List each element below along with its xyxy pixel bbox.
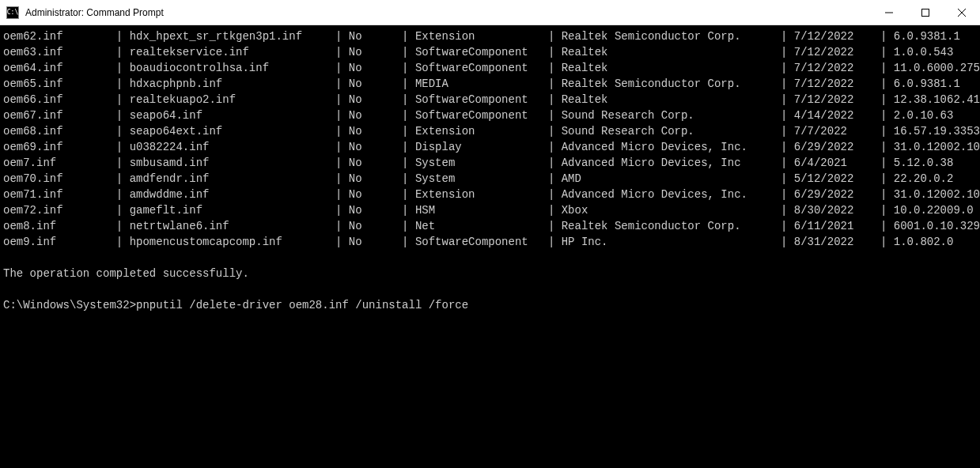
terminal-line: The operation completed successfully. [3, 266, 980, 281]
terminal-line: oem68.inf | seapo64ext.inf | No | Extens… [3, 123, 980, 139]
terminal-output[interactable]: oem62.inf | hdx_hpext_sr_rtkgen3p1.inf |… [0, 25, 980, 468]
terminal-line: oem66.inf | realtekuapo2.inf | No | Soft… [3, 92, 980, 108]
cmd-icon: C:\ [6, 6, 19, 19]
terminal-line: C:\Windows\System32>pnputil /delete-driv… [3, 297, 980, 313]
window-title: Administrator: Command Prompt [25, 7, 871, 18]
terminal-line: oem7.inf | smbusamd.inf | No | System | … [3, 155, 980, 171]
terminal-line: oem65.inf | hdxacphpnb.inf | No | MEDIA … [3, 76, 980, 92]
svg-rect-1 [922, 9, 929, 17]
terminal-line: oem69.inf | u0382224.inf | No | Display … [3, 139, 980, 155]
terminal-line: oem64.inf | boaudiocontrolhsa.inf | No |… [3, 60, 980, 76]
close-button[interactable] [944, 0, 980, 25]
terminal-line [3, 250, 980, 266]
close-icon [958, 9, 966, 17]
minimize-button[interactable] [871, 0, 907, 25]
terminal-line: oem63.inf | realtekservice.inf | No | So… [3, 44, 980, 60]
terminal-line: oem62.inf | hdx_hpext_sr_rtkgen3p1.inf |… [3, 28, 980, 44]
minimize-icon [885, 9, 893, 17]
window-controls [871, 0, 980, 25]
titlebar[interactable]: C:\ Administrator: Command Prompt [0, 0, 980, 25]
command-prompt-window: C:\ Administrator: Command Prompt oem62.… [0, 0, 980, 468]
terminal-line: oem67.inf | seapo64.inf | No | SoftwareC… [3, 108, 980, 123]
maximize-button[interactable] [907, 0, 944, 25]
terminal-line [3, 281, 980, 297]
terminal-line: oem71.inf | amdwddme.inf | No | Extensio… [3, 187, 980, 202]
terminal-line: oem70.inf | amdfendr.inf | No | System |… [3, 171, 980, 187]
maximize-icon [921, 9, 929, 17]
terminal-line: oem8.inf | netrtwlane6.inf | No | Net | … [3, 218, 980, 234]
terminal-line: oem72.inf | gameflt.inf | No | HSM | Xbo… [3, 202, 980, 218]
terminal-line: oem9.inf | hpomencustomcapcomp.inf | No … [3, 234, 980, 250]
